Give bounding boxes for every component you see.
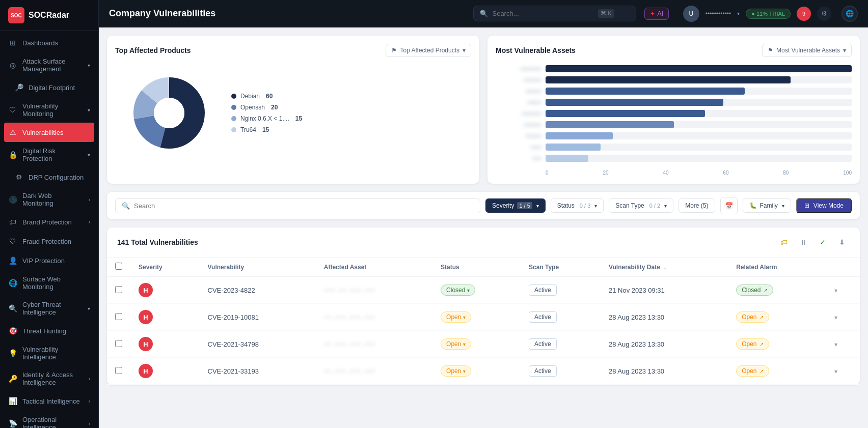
sidebar-item-brand-protection[interactable]: 🏷 Brand Protection › <box>0 212 98 232</box>
attack-surface-icon: ◎ <box>8 61 17 70</box>
top-affected-products-card: Top Affected Products ⚑ Top Affected Pro… <box>107 36 479 184</box>
legend-dot <box>231 105 236 110</box>
row-checkbox-cell <box>107 277 130 304</box>
sidebar-item-drp[interactable]: 🔒 Digital Risk Protection ▾ <box>0 142 98 167</box>
sidebar-item-vuln-intel[interactable]: 💡 Vulnerability Intelligence <box>0 340 98 366</box>
alarm-pill[interactable]: Open ↗ <box>736 311 769 323</box>
sidebar-item-dashboards[interactable]: ⊞ Dashboards <box>0 33 98 52</box>
vuln-monitoring-icon: 🛡 <box>8 105 17 115</box>
sidebar-item-dark-web[interactable]: 🌑 Dark Web Monitoring › <box>0 187 98 212</box>
alarm-pill[interactable]: Open ↗ <box>736 338 769 350</box>
download-icon-button[interactable]: ⬇ <box>834 235 850 250</box>
nav-section: ⊞ Dashboards ◎ Attack Surface Management… <box>0 31 98 428</box>
sidebar-item-vuln-monitoring[interactable]: 🛡 Vulnerability Monitoring ▾ <box>0 97 98 123</box>
table-search-input[interactable] <box>134 202 474 210</box>
external-link-icon: ↗ <box>760 315 764 320</box>
sidebar-item-surface-web[interactable]: 🌐 Surface Web Monitoring <box>0 270 98 296</box>
bar-label: ••••• <box>496 156 541 161</box>
expand-row-icon[interactable]: ▾ <box>834 314 837 321</box>
sidebar-item-fraud-protection[interactable]: 🛡 Fraud Protection <box>0 232 98 251</box>
family-filter[interactable]: 🐛 Family ▾ <box>743 198 791 213</box>
tactical-icon: 📊 <box>8 396 17 406</box>
most-vulnerable-assets-card: Most Vulnerable Assets ⚑ Most Vulnerable… <box>487 36 860 184</box>
scan-type-badge: Active <box>529 311 557 323</box>
table-search[interactable]: 🔍 <box>115 198 480 213</box>
search-input[interactable] <box>492 10 594 17</box>
external-link-icon: ↗ <box>760 368 764 374</box>
settings-button[interactable]: ⚙ <box>817 7 831 21</box>
expand-row-icon[interactable]: ▾ <box>834 368 837 375</box>
row-checkbox[interactable] <box>115 367 122 374</box>
status-pill[interactable]: Open ▾ <box>441 338 471 350</box>
bar-track <box>546 144 852 151</box>
top-affected-filter-button[interactable]: ⚑ Top Affected Products ▾ <box>386 44 471 57</box>
chart-header: Most Vulnerable Assets ⚑ Most Vulnerable… <box>496 44 852 57</box>
globe-button[interactable]: 🌐 <box>842 6 858 22</box>
sidebar-item-label: Fraud Protection <box>22 238 71 245</box>
alarm-pill[interactable]: Open ↗ <box>736 365 769 377</box>
alarm-pill[interactable]: Closed ↗ <box>736 284 773 296</box>
severity-filter[interactable]: Severity 1 / 5 ▾ <box>485 198 546 213</box>
dropdown-arrow-icon[interactable]: ▾ <box>737 11 740 16</box>
table-row: H CVE-2021-34798 ••.•••.•••.••• Open ▾ A… <box>107 331 860 358</box>
row-checkbox[interactable] <box>115 313 122 320</box>
sidebar-item-label: Surface Web Monitoring <box>22 275 90 291</box>
notifications-button[interactable]: 9 <box>797 7 811 21</box>
sidebar-item-identity-access[interactable]: 🔑 Identity & Access Intelligence › <box>0 366 98 391</box>
more-filters-button[interactable]: More (5) <box>679 198 715 213</box>
vuln-date-cell: 28 Aug 2023 13:30 <box>601 358 728 385</box>
tag-icon-button[interactable]: 🏷 <box>776 235 792 250</box>
vuln-assets-filter-button[interactable]: ⚑ Most Vulnerable Assets ▾ <box>762 44 852 57</box>
bug-icon: 🐛 <box>749 202 757 209</box>
status-pill[interactable]: Open ▾ <box>441 365 471 377</box>
vulnerability-cell: CVE-2021-34798 <box>200 331 316 358</box>
cve-link[interactable]: CVE-2023-4822 <box>208 287 255 294</box>
content-area: Top Affected Products ⚑ Top Affected Pro… <box>99 27 868 428</box>
sidebar-item-tactical-intel[interactable]: 📊 Tactical Intelligence › <box>0 391 98 411</box>
status-pill[interactable]: Closed ▾ <box>441 284 475 296</box>
sidebar-item-digital-footprint[interactable]: 🔎 Digital Footprint <box>0 78 98 97</box>
expand-row-icon[interactable]: ▾ <box>834 287 837 294</box>
cve-link[interactable]: CVE-2021-34798 <box>208 340 259 348</box>
chevron-down-icon: ▾ <box>782 203 784 209</box>
page-title: Company Vulnerabilities <box>109 8 215 19</box>
global-search-bar[interactable]: 🔍 ⌘ K <box>473 6 636 21</box>
expand-row-icon[interactable]: ▾ <box>834 341 837 348</box>
cve-link[interactable]: CVE-2021-33193 <box>208 367 259 375</box>
status-cell: Open ▾ <box>432 331 521 358</box>
select-all-checkbox[interactable] <box>115 263 122 270</box>
cve-link[interactable]: CVE-2019-10081 <box>208 313 259 321</box>
dashboard-icon: ⊞ <box>8 38 17 47</box>
pause-icon-button[interactable]: ⏸ <box>796 235 811 250</box>
calendar-button[interactable]: 📅 <box>720 197 738 214</box>
sidebar-item-vip-protection[interactable]: 👤 VIP Protection <box>0 251 98 270</box>
sidebar-item-threat-hunting[interactable]: 🎯 Threat Hunting <box>0 321 98 340</box>
view-mode-button[interactable]: ⊞ View Mode <box>796 198 852 213</box>
topbar: Company Vulnerabilities 🔍 ⌘ K ✦ AI U •••… <box>99 0 868 27</box>
check-icon-button[interactable]: ✓ <box>815 235 830 250</box>
user-avatar[interactable]: U <box>683 6 699 22</box>
sidebar-item-attack-surface[interactable]: ◎ Attack Surface Management ▾ <box>0 52 98 78</box>
sidebar-item-operational-intel[interactable]: 📡 Operational Intelligence › <box>0 411 98 428</box>
row-checkbox[interactable] <box>115 340 122 347</box>
ai-button[interactable]: ✦ AI <box>644 8 668 20</box>
chevron-down-icon: ▾ <box>88 306 90 311</box>
sidebar-item-vulnerabilities[interactable]: ⚠ Vulnerabilities <box>4 123 94 142</box>
bar-label: ••••••••• <box>496 89 541 94</box>
legend-item-openssh: Openssh 20 <box>231 104 302 111</box>
sidebar-item-label: Dashboards <box>22 39 58 47</box>
vuln-date-column-header: Vulnerability Date ↓ <box>601 258 728 277</box>
severity-badge: H <box>139 337 153 351</box>
severity-badge: H <box>139 283 153 297</box>
row-checkbox[interactable] <box>115 286 122 293</box>
sidebar-item-cti[interactable]: 🔍 Cyber Threat Intelligence ▾ <box>0 296 98 321</box>
sidebar-item-label: Vulnerability Monitoring <box>22 102 83 118</box>
legend-dot <box>231 94 236 99</box>
status-filter[interactable]: Status 0 / 3 ▾ <box>551 198 604 213</box>
scan-type-filter[interactable]: Scan Type 0 / 2 ▾ <box>609 198 673 213</box>
sidebar-item-label: Digital Risk Protection <box>22 147 83 162</box>
related-alarm-cell: Open ↗ <box>728 331 826 358</box>
status-pill[interactable]: Open ▾ <box>441 311 471 323</box>
sidebar-item-drp-config[interactable]: ⚙ DRP Configuration <box>0 167 98 187</box>
identity-icon: 🔑 <box>8 374 17 383</box>
